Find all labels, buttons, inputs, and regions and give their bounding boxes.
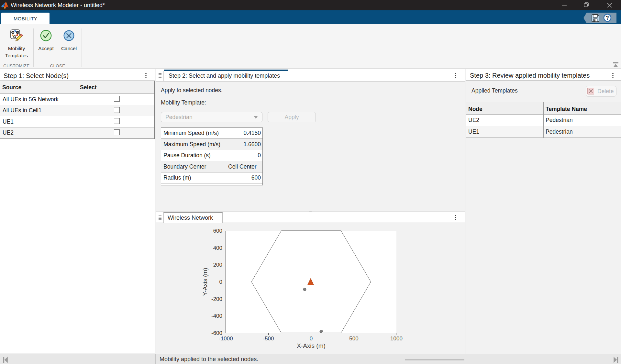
- svg-text:-1000: -1000: [219, 336, 233, 342]
- svg-text:200: 200: [213, 262, 222, 268]
- svg-text:-200: -200: [211, 296, 222, 302]
- svg-text:X-Axis (m): X-Axis (m): [297, 342, 326, 349]
- svg-text:-500: -500: [263, 336, 274, 342]
- svg-text:-400: -400: [211, 313, 222, 319]
- svg-text:500: 500: [349, 336, 358, 342]
- svg-text:Y-Axis (m): Y-Axis (m): [202, 268, 208, 296]
- svg-text:600: 600: [213, 228, 222, 234]
- svg-text:1000: 1000: [390, 336, 403, 342]
- svg-text:?: ?: [606, 15, 609, 21]
- svg-text:0: 0: [310, 336, 313, 342]
- svg-text:0: 0: [219, 279, 222, 285]
- svg-text:400: 400: [213, 245, 222, 251]
